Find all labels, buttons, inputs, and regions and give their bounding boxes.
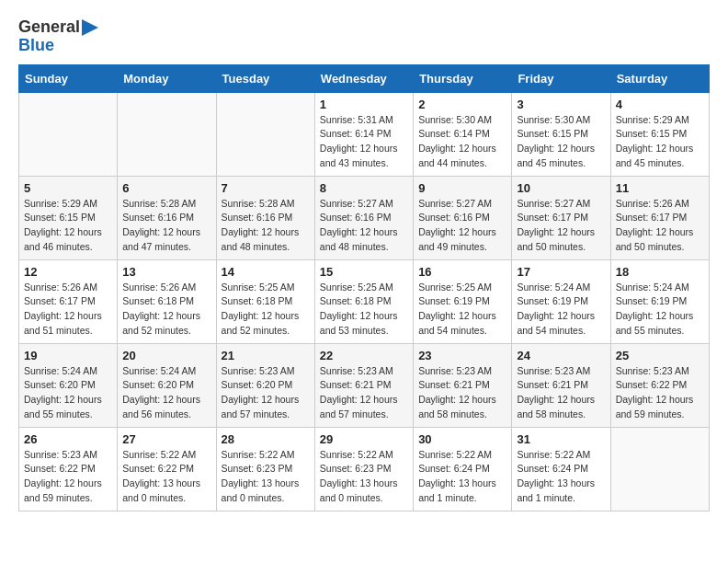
day-number: 11 xyxy=(616,181,704,195)
day-info: Sunrise: 5:26 AM Sunset: 6:18 PM Dayligh… xyxy=(122,281,210,339)
day-number: 8 xyxy=(320,181,408,195)
calendar-cell: 3Sunrise: 5:30 AM Sunset: 6:15 PM Daylig… xyxy=(512,92,610,176)
calendar-week-row: 1Sunrise: 5:31 AM Sunset: 6:14 PM Daylig… xyxy=(19,92,710,176)
column-header-sunday: Sunday xyxy=(19,64,118,92)
day-number: 23 xyxy=(418,349,506,362)
day-info: Sunrise: 5:22 AM Sunset: 6:24 PM Dayligh… xyxy=(517,448,605,506)
column-header-saturday: Saturday xyxy=(610,64,709,92)
calendar-cell: 28Sunrise: 5:22 AM Sunset: 6:23 PM Dayli… xyxy=(216,427,314,511)
day-info: Sunrise: 5:29 AM Sunset: 6:15 PM Dayligh… xyxy=(24,197,112,255)
column-header-tuesday: Tuesday xyxy=(216,64,314,92)
calendar-cell: 15Sunrise: 5:25 AM Sunset: 6:18 PM Dayli… xyxy=(314,259,413,343)
calendar-cell: 23Sunrise: 5:23 AM Sunset: 6:21 PM Dayli… xyxy=(414,343,512,427)
calendar-cell: 29Sunrise: 5:22 AM Sunset: 6:23 PM Dayli… xyxy=(314,427,413,511)
day-info: Sunrise: 5:26 AM Sunset: 6:17 PM Dayligh… xyxy=(24,281,112,339)
day-number: 4 xyxy=(616,98,704,111)
day-info: Sunrise: 5:22 AM Sunset: 6:24 PM Dayligh… xyxy=(418,448,506,506)
calendar-cell: 30Sunrise: 5:22 AM Sunset: 6:24 PM Dayli… xyxy=(414,427,512,511)
day-number: 1 xyxy=(320,98,408,111)
logo-arrow-icon xyxy=(82,19,98,36)
day-number: 15 xyxy=(320,265,408,279)
calendar-cell: 18Sunrise: 5:24 AM Sunset: 6:19 PM Dayli… xyxy=(610,259,709,343)
calendar-cell: 25Sunrise: 5:23 AM Sunset: 6:22 PM Dayli… xyxy=(610,343,709,427)
day-info: Sunrise: 5:23 AM Sunset: 6:21 PM Dayligh… xyxy=(418,364,506,422)
calendar-week-row: 19Sunrise: 5:24 AM Sunset: 6:20 PM Dayli… xyxy=(19,343,710,427)
day-number: 6 xyxy=(122,181,210,195)
column-header-monday: Monday xyxy=(118,64,216,92)
calendar-cell: 2Sunrise: 5:30 AM Sunset: 6:14 PM Daylig… xyxy=(414,92,512,176)
calendar-cell: 6Sunrise: 5:28 AM Sunset: 6:16 PM Daylig… xyxy=(118,176,216,259)
day-number: 5 xyxy=(24,181,112,195)
day-info: Sunrise: 5:29 AM Sunset: 6:15 PM Dayligh… xyxy=(616,113,704,171)
day-info: Sunrise: 5:23 AM Sunset: 6:21 PM Dayligh… xyxy=(517,364,605,422)
day-number: 22 xyxy=(320,349,408,362)
day-number: 18 xyxy=(616,265,704,279)
calendar-cell: 12Sunrise: 5:26 AM Sunset: 6:17 PM Dayli… xyxy=(19,259,118,343)
calendar-cell: 24Sunrise: 5:23 AM Sunset: 6:21 PM Dayli… xyxy=(512,343,610,427)
calendar-cell: 19Sunrise: 5:24 AM Sunset: 6:20 PM Dayli… xyxy=(19,343,118,427)
day-number: 24 xyxy=(517,349,605,362)
calendar-cell: 21Sunrise: 5:23 AM Sunset: 6:20 PM Dayli… xyxy=(216,343,314,427)
day-number: 25 xyxy=(616,349,704,362)
day-info: Sunrise: 5:24 AM Sunset: 6:19 PM Dayligh… xyxy=(616,281,704,339)
calendar-cell: 1Sunrise: 5:31 AM Sunset: 6:14 PM Daylig… xyxy=(314,92,413,176)
day-info: Sunrise: 5:24 AM Sunset: 6:19 PM Dayligh… xyxy=(517,281,605,339)
page-header: GeneralBlue xyxy=(18,18,710,55)
day-info: Sunrise: 5:22 AM Sunset: 6:22 PM Dayligh… xyxy=(122,448,210,506)
calendar-cell xyxy=(216,92,314,176)
day-number: 3 xyxy=(517,98,605,111)
day-info: Sunrise: 5:28 AM Sunset: 6:16 PM Dayligh… xyxy=(222,197,310,255)
day-number: 2 xyxy=(418,98,506,111)
day-info: Sunrise: 5:30 AM Sunset: 6:14 PM Dayligh… xyxy=(418,113,506,171)
day-info: Sunrise: 5:23 AM Sunset: 6:20 PM Dayligh… xyxy=(222,364,310,422)
calendar-cell: 7Sunrise: 5:28 AM Sunset: 6:16 PM Daylig… xyxy=(216,176,314,259)
calendar-cell: 11Sunrise: 5:26 AM Sunset: 6:17 PM Dayli… xyxy=(610,176,709,259)
calendar-cell: 27Sunrise: 5:22 AM Sunset: 6:22 PM Dayli… xyxy=(118,427,216,511)
day-info: Sunrise: 5:25 AM Sunset: 6:18 PM Dayligh… xyxy=(222,281,310,339)
day-number: 14 xyxy=(222,265,310,279)
day-info: Sunrise: 5:27 AM Sunset: 6:17 PM Dayligh… xyxy=(517,197,605,255)
calendar-cell xyxy=(610,427,709,511)
calendar-cell xyxy=(118,92,216,176)
calendar-cell: 20Sunrise: 5:24 AM Sunset: 6:20 PM Dayli… xyxy=(118,343,216,427)
day-info: Sunrise: 5:27 AM Sunset: 6:16 PM Dayligh… xyxy=(418,197,506,255)
day-number: 12 xyxy=(24,265,112,279)
day-info: Sunrise: 5:23 AM Sunset: 6:22 PM Dayligh… xyxy=(616,364,704,422)
day-info: Sunrise: 5:27 AM Sunset: 6:16 PM Dayligh… xyxy=(320,197,408,255)
day-info: Sunrise: 5:30 AM Sunset: 6:15 PM Dayligh… xyxy=(517,113,605,171)
column-header-friday: Friday xyxy=(512,64,610,92)
calendar-cell: 9Sunrise: 5:27 AM Sunset: 6:16 PM Daylig… xyxy=(414,176,512,259)
calendar-cell: 10Sunrise: 5:27 AM Sunset: 6:17 PM Dayli… xyxy=(512,176,610,259)
day-info: Sunrise: 5:22 AM Sunset: 6:23 PM Dayligh… xyxy=(320,448,408,506)
calendar-cell: 14Sunrise: 5:25 AM Sunset: 6:18 PM Dayli… xyxy=(216,259,314,343)
calendar-week-row: 12Sunrise: 5:26 AM Sunset: 6:17 PM Dayli… xyxy=(19,259,710,343)
calendar-header-row: SundayMondayTuesdayWednesdayThursdayFrid… xyxy=(19,64,710,92)
day-info: Sunrise: 5:24 AM Sunset: 6:20 PM Dayligh… xyxy=(122,364,210,422)
column-header-wednesday: Wednesday xyxy=(314,64,413,92)
day-info: Sunrise: 5:25 AM Sunset: 6:19 PM Dayligh… xyxy=(418,281,506,339)
day-number: 29 xyxy=(320,432,408,446)
calendar-cell: 26Sunrise: 5:23 AM Sunset: 6:22 PM Dayli… xyxy=(19,427,118,511)
logo-blue-text: Blue xyxy=(18,37,54,55)
calendar-cell: 16Sunrise: 5:25 AM Sunset: 6:19 PM Dayli… xyxy=(414,259,512,343)
svg-marker-0 xyxy=(82,19,98,36)
day-info: Sunrise: 5:26 AM Sunset: 6:17 PM Dayligh… xyxy=(616,197,704,255)
column-header-thursday: Thursday xyxy=(414,64,512,92)
day-number: 19 xyxy=(24,349,112,362)
day-number: 30 xyxy=(418,432,506,446)
day-number: 7 xyxy=(222,181,310,195)
calendar-cell: 4Sunrise: 5:29 AM Sunset: 6:15 PM Daylig… xyxy=(610,92,709,176)
day-info: Sunrise: 5:25 AM Sunset: 6:18 PM Dayligh… xyxy=(320,281,408,339)
day-number: 31 xyxy=(517,432,605,446)
day-number: 28 xyxy=(222,432,310,446)
calendar-week-row: 5Sunrise: 5:29 AM Sunset: 6:15 PM Daylig… xyxy=(19,176,710,259)
day-number: 20 xyxy=(122,349,210,362)
calendar-week-row: 26Sunrise: 5:23 AM Sunset: 6:22 PM Dayli… xyxy=(19,427,710,511)
day-info: Sunrise: 5:31 AM Sunset: 6:14 PM Dayligh… xyxy=(320,113,408,171)
day-number: 26 xyxy=(24,432,112,446)
calendar-cell: 13Sunrise: 5:26 AM Sunset: 6:18 PM Dayli… xyxy=(118,259,216,343)
calendar-cell: 8Sunrise: 5:27 AM Sunset: 6:16 PM Daylig… xyxy=(314,176,413,259)
day-info: Sunrise: 5:22 AM Sunset: 6:23 PM Dayligh… xyxy=(222,448,310,506)
logo-general-text: General xyxy=(18,18,80,37)
calendar-cell: 5Sunrise: 5:29 AM Sunset: 6:15 PM Daylig… xyxy=(19,176,118,259)
